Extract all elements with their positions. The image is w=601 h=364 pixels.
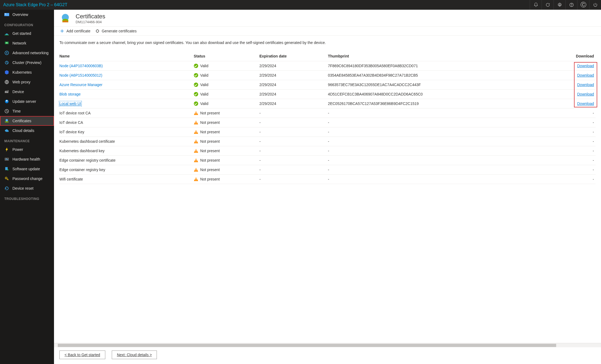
download-empty: - [551, 118, 596, 127]
generate-certificates-button[interactable]: Generate certificates [95, 29, 137, 33]
nav-icon [4, 157, 9, 162]
copyright-icon[interactable]: Ⓒ [577, 0, 589, 10]
power-icon[interactable] [589, 0, 601, 10]
svg-rect-4 [5, 14, 6, 14]
certificate-name-link[interactable]: Azure Resource Manager [59, 83, 103, 87]
certificate-name-link[interactable]: Node (A4P1074000603B) [59, 64, 103, 68]
title-bar: Azure Stack Edge Pro 2 – 64G2T Ⓒ [0, 0, 601, 10]
download-link[interactable]: Download [577, 92, 594, 96]
gear-icon[interactable] [553, 0, 565, 10]
page-titles: Certificates DM1174466-904 [76, 13, 105, 24]
certificate-name-link[interactable]: Node (A6P15140005012) [59, 73, 102, 77]
sidebar-item-time[interactable]: Time [0, 106, 54, 116]
footer: < Back to Get started Next: Cloud detail… [54, 347, 601, 364]
expiration-date: - [259, 108, 328, 118]
sidebar-label: Cluster (Preview) [12, 60, 41, 65]
sidebar-item-password-change[interactable]: Password change [0, 174, 54, 183]
status-cell: Not present [194, 120, 257, 125]
status-text: Not present [200, 168, 220, 172]
svg-rect-5 [5, 35, 9, 35]
warning-icon [194, 158, 198, 162]
toolbar-label: Add certificate [66, 29, 90, 33]
status-text: Valid [200, 101, 208, 106]
sidebar-item-certificates[interactable]: Certificates [0, 116, 54, 126]
sidebar-label: Network [12, 41, 26, 45]
download-link[interactable]: Download [577, 101, 594, 106]
expiration-date: 2/29/2024 [259, 71, 328, 80]
sidebar-label: Advanced networking [12, 51, 49, 55]
next-button[interactable]: Next: Cloud details > [112, 351, 157, 359]
sidebar-item-cluster-preview-[interactable]: Cluster (Preview) [0, 58, 54, 67]
warning-icon [194, 111, 198, 115]
download-link[interactable]: Download [577, 73, 594, 77]
thumbprint: - [328, 118, 551, 127]
svg-rect-22 [5, 167, 8, 170]
certificate-name-link[interactable]: Blob storage [59, 92, 81, 96]
certificate-name: IoT device CA [59, 118, 194, 127]
toolbar-label: Generate certificates [102, 29, 137, 33]
thumbprint: - [328, 146, 551, 156]
download-empty: - [551, 108, 596, 118]
nav-icon [4, 109, 9, 114]
sidebar-item-kubernetes[interactable]: Kubernetes [0, 67, 54, 77]
horizontal-scrollbar[interactable] [54, 343, 601, 347]
sidebar-item-advanced-networking[interactable]: Advanced networking [0, 48, 54, 58]
status-cell: Valid [194, 92, 257, 96]
refresh-icon[interactable] [542, 0, 553, 10]
content: To communicate over a secure channel, br… [54, 36, 601, 343]
sidebar-item-device[interactable]: Device [0, 87, 54, 97]
download-link[interactable]: Download [577, 64, 594, 68]
certificates-table: Name Status Expiration date Thumbprint D… [59, 52, 596, 184]
header-actions: Ⓒ [530, 0, 601, 10]
certificate-name-link[interactable]: Local web UI [59, 101, 81, 106]
back-button[interactable]: < Back to Get started [59, 351, 105, 359]
sidebar-item-hardware-health[interactable]: Hardware health [0, 154, 54, 164]
status-cell: Valid [194, 73, 257, 77]
certificate-name: Kubernetes dashboard certificate [59, 137, 194, 146]
section-maintenance: MAINTENANCE [0, 135, 54, 145]
table-row: Edge container registry keyNot present--… [59, 165, 596, 175]
sidebar-label: Password change [12, 176, 42, 181]
section-troubleshooting: TROUBLESHOOTING [0, 193, 54, 202]
nav-icon [4, 70, 9, 75]
table-row: Kubernetes dashboard certificateNot pres… [59, 137, 596, 146]
sidebar-item-overview[interactable]: Overview [0, 10, 54, 19]
col-thumbprint: Thumbprint [328, 52, 551, 61]
status-text: Not present [200, 130, 220, 134]
nav-icon [4, 41, 9, 46]
status-text: Not present [200, 120, 220, 125]
bell-icon[interactable] [530, 0, 542, 10]
sidebar-item-cloud-details[interactable]: Cloud details [0, 126, 54, 135]
sidebar-item-power[interactable]: Power [0, 145, 54, 154]
download-empty: - [551, 175, 596, 184]
table-row: Azure Resource ManagerValid2/29/20249663… [59, 80, 596, 90]
status-text: Valid [200, 92, 208, 96]
check-icon [194, 64, 198, 68]
svg-rect-15 [7, 91, 7, 93]
sidebar-item-device-reset[interactable]: Device reset [0, 183, 54, 193]
table-row: Local web UIValid2/29/20242EC0526170BCA5… [59, 99, 596, 108]
sidebar-label: Overview [12, 12, 28, 17]
sidebar-item-update-server[interactable]: Update server [0, 97, 54, 106]
warning-icon [194, 140, 198, 143]
sidebar-item-network[interactable]: Network [0, 38, 54, 48]
help-icon[interactable] [565, 0, 577, 10]
check-icon [194, 101, 198, 106]
sidebar-item-web-proxy[interactable]: Web proxy [0, 77, 54, 87]
svg-point-19 [6, 119, 8, 121]
nav-icon [4, 176, 9, 181]
nav-icon [4, 60, 9, 65]
download-link[interactable]: Download [577, 83, 594, 87]
sidebar-item-software-update[interactable]: Software update [0, 164, 54, 174]
sidebar-item-get-started[interactable]: Get started [0, 29, 54, 38]
expiration-date: - [259, 118, 328, 127]
status-text: Not present [200, 111, 220, 115]
table-row: Edge container registry certificateNot p… [59, 156, 596, 165]
warning-icon [194, 168, 198, 172]
add-certificate-button[interactable]: Add certificate [60, 29, 90, 33]
scrollbar-thumb[interactable] [58, 344, 556, 347]
svg-rect-7 [6, 42, 8, 44]
col-name: Name [59, 52, 194, 61]
svg-rect-20 [5, 121, 9, 122]
sidebar-label: Update server [12, 99, 36, 104]
